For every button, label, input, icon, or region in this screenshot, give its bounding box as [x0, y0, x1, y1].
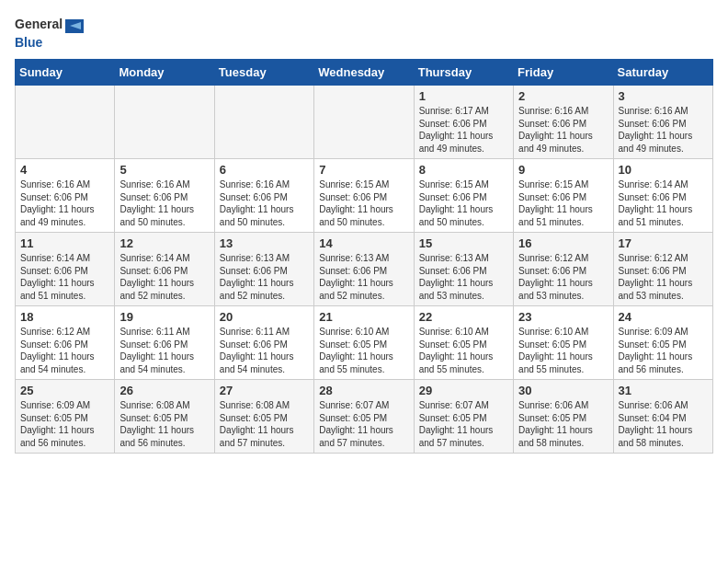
calendar-header-row: SundayMondayTuesdayWednesdayThursdayFrid…: [16, 60, 713, 86]
cell-info: Sunrise: 6:16 AM Sunset: 6:06 PM Dayligh…: [619, 105, 708, 155]
day-number: 13: [220, 236, 309, 250]
calendar-table: SundayMondayTuesdayWednesdayThursdayFrid…: [15, 59, 713, 454]
calendar-cell: 14Sunrise: 6:13 AM Sunset: 6:06 PM Dayli…: [314, 233, 414, 306]
calendar-cell: 17Sunrise: 6:12 AM Sunset: 6:06 PM Dayli…: [613, 233, 712, 306]
day-number: 14: [319, 236, 408, 250]
cell-info: Sunrise: 6:10 AM Sunset: 6:05 PM Dayligh…: [518, 326, 608, 375]
calendar-cell: 10Sunrise: 6:14 AM Sunset: 6:06 PM Dayli…: [613, 159, 712, 233]
calendar-cell: 6Sunrise: 6:16 AM Sunset: 6:06 PM Daylig…: [214, 159, 313, 233]
day-header-sunday: Sunday: [16, 60, 115, 86]
calendar-cell: [16, 86, 115, 159]
cell-info: Sunrise: 6:15 AM Sunset: 6:06 PM Dayligh…: [419, 178, 508, 228]
cell-info: Sunrise: 6:15 AM Sunset: 6:06 PM Dayligh…: [518, 178, 608, 228]
day-number: 27: [220, 384, 309, 397]
cell-info: Sunrise: 6:11 AM Sunset: 6:06 PM Dayligh…: [220, 326, 309, 375]
cell-info: Sunrise: 6:13 AM Sunset: 6:06 PM Dayligh…: [220, 252, 309, 302]
cell-info: Sunrise: 6:07 AM Sunset: 6:05 PM Dayligh…: [419, 399, 508, 449]
day-number: 23: [518, 310, 608, 324]
cell-info: Sunrise: 6:06 AM Sunset: 6:05 PM Dayligh…: [518, 399, 608, 449]
day-header-saturday: Saturday: [613, 60, 712, 86]
day-number: 12: [119, 236, 209, 250]
day-number: 4: [20, 163, 109, 177]
calendar-week-5: 25Sunrise: 6:09 AM Sunset: 6:05 PM Dayli…: [16, 380, 713, 454]
calendar-cell: 27Sunrise: 6:08 AM Sunset: 6:05 PM Dayli…: [214, 380, 313, 454]
cell-info: Sunrise: 6:16 AM Sunset: 6:06 PM Dayligh…: [220, 178, 309, 228]
day-header-thursday: Thursday: [414, 60, 513, 86]
cell-info: Sunrise: 6:14 AM Sunset: 6:06 PM Dayligh…: [119, 252, 209, 302]
calendar-cell: 25Sunrise: 6:09 AM Sunset: 6:05 PM Dayli…: [16, 380, 115, 454]
day-number: 1: [419, 89, 508, 103]
day-number: 28: [319, 384, 408, 397]
calendar-cell: [214, 86, 313, 159]
calendar-cell: 3Sunrise: 6:16 AM Sunset: 6:06 PM Daylig…: [613, 86, 712, 159]
calendar-week-2: 4Sunrise: 6:16 AM Sunset: 6:06 PM Daylig…: [16, 159, 713, 233]
calendar-cell: 21Sunrise: 6:10 AM Sunset: 6:05 PM Dayli…: [314, 306, 414, 380]
calendar-week-4: 18Sunrise: 6:12 AM Sunset: 6:06 PM Dayli…: [16, 306, 713, 380]
calendar-cell: 2Sunrise: 6:16 AM Sunset: 6:06 PM Daylig…: [514, 86, 613, 159]
day-number: 3: [619, 89, 708, 103]
day-number: 11: [20, 236, 109, 250]
calendar-cell: 15Sunrise: 6:13 AM Sunset: 6:06 PM Dayli…: [414, 233, 513, 306]
calendar-cell: 20Sunrise: 6:11 AM Sunset: 6:06 PM Dayli…: [214, 306, 313, 380]
cell-info: Sunrise: 6:09 AM Sunset: 6:05 PM Dayligh…: [20, 399, 109, 449]
calendar-cell: 9Sunrise: 6:15 AM Sunset: 6:06 PM Daylig…: [514, 159, 613, 233]
calendar-cell: 12Sunrise: 6:14 AM Sunset: 6:06 PM Dayli…: [115, 233, 214, 306]
cell-info: Sunrise: 6:13 AM Sunset: 6:06 PM Dayligh…: [319, 252, 408, 302]
day-number: 6: [220, 163, 309, 177]
cell-info: Sunrise: 6:07 AM Sunset: 6:05 PM Dayligh…: [319, 399, 408, 449]
day-number: 15: [419, 236, 508, 250]
cell-info: Sunrise: 6:06 AM Sunset: 6:04 PM Dayligh…: [619, 399, 708, 449]
day-number: 9: [518, 163, 608, 177]
logo: GeneralBlue: [15, 15, 88, 52]
cell-info: Sunrise: 6:12 AM Sunset: 6:06 PM Dayligh…: [518, 252, 608, 302]
calendar-cell: [115, 86, 214, 159]
day-header-wednesday: Wednesday: [314, 60, 414, 86]
calendar-cell: 19Sunrise: 6:11 AM Sunset: 6:06 PM Dayli…: [115, 306, 214, 380]
day-number: 20: [220, 310, 309, 324]
cell-info: Sunrise: 6:09 AM Sunset: 6:05 PM Dayligh…: [619, 326, 708, 375]
calendar-cell: 16Sunrise: 6:12 AM Sunset: 6:06 PM Dayli…: [514, 233, 613, 306]
calendar-cell: 31Sunrise: 6:06 AM Sunset: 6:04 PM Dayli…: [613, 380, 712, 454]
calendar-cell: [314, 86, 414, 159]
cell-info: Sunrise: 6:14 AM Sunset: 6:06 PM Dayligh…: [619, 178, 708, 228]
cell-info: Sunrise: 6:08 AM Sunset: 6:05 PM Dayligh…: [119, 399, 209, 449]
calendar-cell: 29Sunrise: 6:07 AM Sunset: 6:05 PM Dayli…: [414, 380, 513, 454]
cell-info: Sunrise: 6:12 AM Sunset: 6:06 PM Dayligh…: [20, 326, 109, 375]
calendar-cell: 30Sunrise: 6:06 AM Sunset: 6:05 PM Dayli…: [514, 380, 613, 454]
cell-info: Sunrise: 6:16 AM Sunset: 6:06 PM Dayligh…: [119, 178, 209, 228]
day-header-friday: Friday: [514, 60, 613, 86]
calendar-cell: 22Sunrise: 6:10 AM Sunset: 6:05 PM Dayli…: [414, 306, 513, 380]
calendar-cell: 18Sunrise: 6:12 AM Sunset: 6:06 PM Dayli…: [16, 306, 115, 380]
day-header-monday: Monday: [115, 60, 214, 86]
cell-info: Sunrise: 6:10 AM Sunset: 6:05 PM Dayligh…: [319, 326, 408, 375]
calendar-week-3: 11Sunrise: 6:14 AM Sunset: 6:06 PM Dayli…: [16, 233, 713, 306]
day-number: 21: [319, 310, 408, 324]
calendar-cell: 23Sunrise: 6:10 AM Sunset: 6:05 PM Dayli…: [514, 306, 613, 380]
calendar-cell: 24Sunrise: 6:09 AM Sunset: 6:05 PM Dayli…: [613, 306, 712, 380]
cell-info: Sunrise: 6:10 AM Sunset: 6:05 PM Dayligh…: [419, 326, 508, 375]
cell-info: Sunrise: 6:13 AM Sunset: 6:06 PM Dayligh…: [419, 252, 508, 302]
calendar-week-1: 1Sunrise: 6:17 AM Sunset: 6:06 PM Daylig…: [16, 86, 713, 159]
calendar-cell: 28Sunrise: 6:07 AM Sunset: 6:05 PM Dayli…: [314, 380, 414, 454]
calendar-cell: 7Sunrise: 6:15 AM Sunset: 6:06 PM Daylig…: [314, 159, 414, 233]
cell-info: Sunrise: 6:08 AM Sunset: 6:05 PM Dayligh…: [220, 399, 309, 449]
cell-info: Sunrise: 6:14 AM Sunset: 6:06 PM Dayligh…: [20, 252, 109, 302]
day-number: 17: [619, 236, 708, 250]
day-number: 18: [20, 310, 109, 324]
day-header-tuesday: Tuesday: [214, 60, 313, 86]
day-number: 29: [419, 384, 508, 397]
day-number: 7: [319, 163, 408, 177]
day-number: 10: [619, 163, 708, 177]
cell-info: Sunrise: 6:12 AM Sunset: 6:06 PM Dayligh…: [619, 252, 708, 302]
cell-info: Sunrise: 6:16 AM Sunset: 6:06 PM Dayligh…: [518, 105, 608, 155]
cell-info: Sunrise: 6:16 AM Sunset: 6:06 PM Dayligh…: [20, 178, 109, 228]
page-header: GeneralBlue: [15, 15, 713, 52]
calendar-cell: 13Sunrise: 6:13 AM Sunset: 6:06 PM Dayli…: [214, 233, 313, 306]
cell-info: Sunrise: 6:17 AM Sunset: 6:06 PM Dayligh…: [419, 105, 508, 155]
calendar-cell: 11Sunrise: 6:14 AM Sunset: 6:06 PM Dayli…: [16, 233, 115, 306]
cell-info: Sunrise: 6:15 AM Sunset: 6:06 PM Dayligh…: [319, 178, 408, 228]
svg-text:General: General: [15, 17, 63, 31]
day-number: 22: [419, 310, 508, 324]
day-number: 30: [518, 384, 608, 397]
day-number: 8: [419, 163, 508, 177]
